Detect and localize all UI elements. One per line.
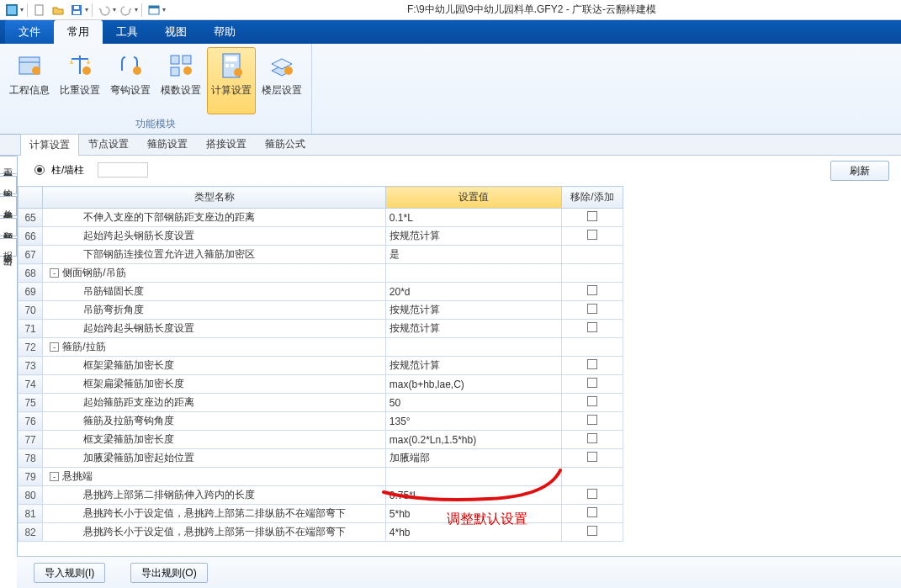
cell-name[interactable]: 起始箍筋距支座边的距离 [43,394,386,412]
cell-name[interactable]: -箍筋/拉筋 [43,338,386,357]
cell-name[interactable]: 下部钢筋连接位置允许进入箍筋加密区 [43,246,386,264]
cell-checkbox[interactable] [561,412,623,431]
cell-value[interactable] [385,468,561,486]
checkbox-icon[interactable] [587,304,597,314]
cell-checkbox[interactable] [561,338,623,357]
menu-help[interactable]: 帮助 [200,20,249,44]
cell-checkbox[interactable] [561,357,623,375]
cell-checkbox[interactable] [561,375,623,394]
redo-icon[interactable] [118,2,135,19]
cell-name[interactable]: 框支梁箍筋加密长度 [43,431,386,449]
cell-value[interactable]: 50 [385,394,561,412]
cell-name[interactable]: 框架梁箍筋加密长度 [43,357,386,375]
table-row[interactable]: 77框支梁箍筋加密长度max(0.2*Ln,1.5*hb) [19,431,623,449]
app-menu-icon[interactable] [3,2,20,19]
cell-value[interactable] [385,338,561,357]
chevron-down-icon[interactable]: ▾ [20,6,24,13]
cell-name[interactable]: 起始跨起头钢筋长度设置 [43,320,386,338]
rail-report[interactable]: 报表输出 [0,238,17,257]
ribbon-weight-setting[interactable]: 比重设置 [56,47,104,114]
table-row[interactable]: 81悬挑跨长小于设定值，悬挑跨上部第二排纵筋不在端部弯下5*hb [19,505,623,523]
ribbon-project-info[interactable]: 工程信息 [5,47,54,114]
checkbox-icon[interactable] [587,211,597,221]
table-row[interactable]: 74框架扁梁箍筋加密长度max(b+hb,lae,C) [19,375,623,394]
checkbox-icon[interactable] [587,359,597,369]
ribbon-module-setting[interactable]: 模数设置 [156,47,205,114]
table-row[interactable]: 82悬挑跨长小于设定值，悬挑跨上部第一排纵筋不在端部弯下4*hb [19,523,623,542]
cell-checkbox[interactable] [561,246,623,264]
chevron-down-icon[interactable]: ▾ [113,6,116,13]
subtab-formula[interactable]: 箍筋公式 [256,133,315,155]
table-row[interactable]: 72-箍筋/拉筋 [19,338,623,357]
menu-tool[interactable]: 工具 [103,20,151,44]
cell-checkbox[interactable] [561,301,623,320]
cell-name[interactable]: -悬挑端 [43,468,386,486]
table-row[interactable]: 71起始跨起头钢筋长度设置按规范计算 [19,320,623,338]
rail-draw-input[interactable]: 绘图输入 [0,176,17,194]
cell-checkbox[interactable] [561,505,623,523]
cell-value[interactable]: 加腋端部 [385,449,561,468]
cell-value[interactable]: 20*d [385,283,561,301]
cell-name[interactable]: 加腋梁箍筋加密起始位置 [43,449,386,468]
cell-checkbox[interactable] [561,264,623,283]
table-row[interactable]: 70吊筋弯折角度按规范计算 [19,301,623,320]
rail-detail[interactable]: 翻样明细 [0,218,17,236]
checkbox-icon[interactable] [587,378,597,388]
checkbox-icon[interactable] [587,526,597,536]
table-row[interactable]: 68-侧面钢筋/吊筋 [19,264,623,283]
cell-name[interactable]: 箍筋及拉筋弯钩角度 [43,412,386,431]
checkbox-icon[interactable] [587,322,597,332]
tree-toggle-icon[interactable]: - [50,472,59,481]
refresh-button[interactable]: 刷新 [830,161,889,181]
cell-value[interactable]: 0.1*L [385,209,561,227]
cell-checkbox[interactable] [561,320,623,338]
ribbon-calc-setting[interactable]: 计算设置 [207,47,256,114]
table-row[interactable]: 69吊筋锚固长度20*d [19,283,623,301]
menu-view[interactable]: 视图 [151,20,200,44]
cell-name[interactable]: 悬挑跨长小于设定值，悬挑跨上部第二排纵筋不在端部弯下 [43,505,386,523]
radio-column-wall[interactable] [34,165,45,175]
checkbox-icon[interactable] [587,285,597,295]
rail-single-input[interactable]: 单构件输入 [0,196,17,216]
open-folder-icon[interactable] [50,2,66,19]
cell-checkbox[interactable] [561,449,623,468]
window-icon[interactable] [146,2,162,19]
table-row[interactable]: 75起始箍筋距支座边的距离50 [19,394,623,412]
cell-value[interactable]: 135° [385,412,561,431]
cell-checkbox[interactable] [561,431,623,449]
undo-icon[interactable] [96,2,113,19]
checkbox-icon[interactable] [587,489,597,499]
option-input[interactable] [98,162,148,177]
cell-value[interactable]: 按规范计算 [385,301,561,320]
subtab-stirrup[interactable]: 箍筋设置 [138,133,197,155]
cell-name[interactable]: 框架扁梁箍筋加密长度 [43,375,386,394]
cell-name[interactable]: 起始跨起头钢筋长度设置 [43,227,386,246]
save-icon[interactable] [68,2,85,19]
tree-toggle-icon[interactable]: - [50,342,59,352]
checkbox-icon[interactable] [587,507,597,517]
table-row[interactable]: 78加腋梁箍筋加密起始位置加腋端部 [19,449,623,468]
table-row[interactable]: 79-悬挑端 [19,468,623,486]
cell-value[interactable]: 按规范计算 [385,357,561,375]
cell-name[interactable]: 吊筋弯折角度 [43,301,386,320]
tree-toggle-icon[interactable]: - [50,268,59,278]
checkbox-icon[interactable] [587,415,597,425]
cell-checkbox[interactable] [561,468,623,486]
ribbon-hook-setting[interactable]: 弯钩设置 [106,47,155,114]
subtab-node[interactable]: 节点设置 [79,133,138,155]
cell-name[interactable]: 悬挑跨长小于设定值，悬挑跨上部第一排纵筋不在端部弯下 [43,523,386,542]
chevron-down-icon[interactable]: ▾ [85,6,88,13]
menu-file[interactable]: 文件 [5,20,54,44]
cell-name[interactable]: 不伸入支座的下部钢筋距支座边的距离 [43,209,386,227]
checkbox-icon[interactable] [587,230,597,240]
table-row[interactable]: 76箍筋及拉筋弯钩角度135° [19,412,623,431]
cell-value[interactable]: max(b+hb,lae,C) [385,375,561,394]
cell-checkbox[interactable] [561,394,623,412]
cell-checkbox[interactable] [561,227,623,246]
table-row[interactable]: 67下部钢筋连接位置允许进入箍筋加密区是 [19,246,623,264]
ribbon-floor-setting[interactable]: 楼层设置 [257,47,306,114]
cell-value[interactable]: 按规范计算 [385,227,561,246]
cell-checkbox[interactable] [561,283,623,301]
checkbox-icon[interactable] [587,433,597,443]
menu-common[interactable]: 常用 [54,20,103,44]
